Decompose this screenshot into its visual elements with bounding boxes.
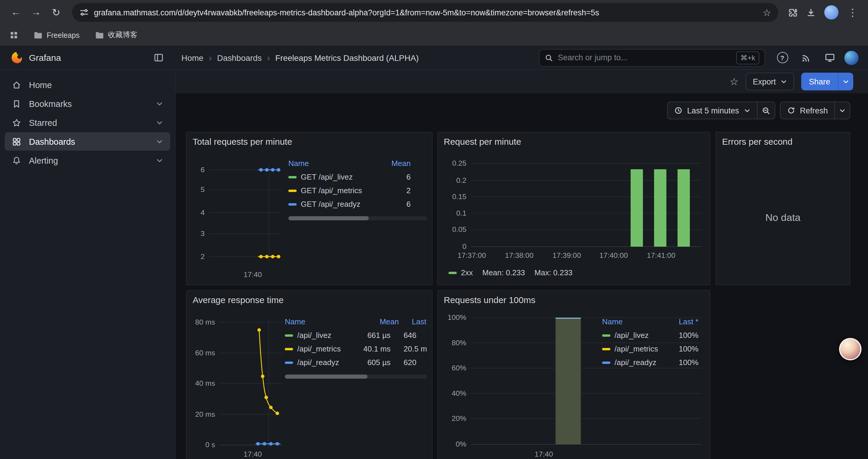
breadcrumb-home[interactable]: Home (181, 53, 204, 62)
legend-table: Name Mean Last * /api/_livez 661 µs 646 … (285, 314, 427, 379)
time-picker-group: Last 5 minutes (667, 102, 775, 119)
sidebar-item-alerting[interactable]: Alerting (5, 151, 170, 169)
series-name[interactable]: GET /api/_livez (301, 172, 387, 182)
legend-row[interactable]: GET /api/_livez 6 (288, 170, 427, 184)
zoom-out-button[interactable] (757, 102, 775, 119)
share-button[interactable]: Share (801, 73, 838, 90)
panel-total-requests: Total requests per minute 6 5 4 3 2 17:4… (186, 132, 433, 285)
favorite-star-icon[interactable]: ☆ (730, 75, 739, 88)
url-text[interactable]: grafana.mathmast.com/d/deytv4rwavabkb/fr… (94, 8, 757, 17)
site-info-icon[interactable] (79, 8, 89, 17)
legend-scrollbar[interactable] (288, 216, 427, 220)
series-name[interactable]: /api/_livez (297, 331, 362, 340)
legend-col-name[interactable]: Name (288, 159, 387, 167)
bookmark-star-icon[interactable]: ☆ (763, 7, 771, 18)
forward-button[interactable]: → (27, 4, 45, 21)
legend-scrollbar[interactable] (285, 374, 427, 379)
legend-col-last[interactable]: Last * (412, 317, 427, 326)
menu-kebab-icon[interactable]: ⋮ (847, 4, 859, 21)
apps-grid-icon[interactable] (9, 31, 18, 40)
reload-button[interactable]: ↻ (47, 4, 65, 21)
x-tick-label: 17:40:00 (599, 251, 628, 259)
browser-toolbar: ← → ↻ grafana.mathmast.com/d/deytv4rwava… (0, 0, 868, 25)
refresh-interval-dropdown[interactable] (835, 102, 850, 119)
bookmark-folder-freeleaps[interactable]: Freeleaps (34, 31, 80, 39)
help-icon[interactable]: ? (773, 49, 791, 66)
breadcrumb-dashboards[interactable]: Dashboards (217, 53, 262, 62)
series-name[interactable]: GET /api/_readyz (301, 200, 387, 208)
y-tick-label: 0% (456, 440, 466, 448)
back-button[interactable]: ← (7, 4, 25, 21)
screen: ← → ↻ grafana.mathmast.com/d/deytv4rwava… (0, 0, 868, 459)
chevron-down-icon[interactable] (156, 100, 163, 107)
bookmark-folder-blogs[interactable]: 收藏博客 (95, 30, 137, 40)
sidebar-item-starred[interactable]: Starred (5, 113, 170, 132)
grafana-topnav: Grafana Home › Dashboards › Freeleaps Me… (0, 46, 868, 70)
zoom-out-icon (761, 106, 770, 115)
assistant-avatar-overlay[interactable] (839, 338, 862, 360)
grafana-brand[interactable]: Grafana (9, 51, 154, 64)
series-mean: 40.1 ms (362, 345, 391, 353)
legend-col-last[interactable]: Last * (673, 317, 699, 326)
legend-row[interactable]: GET /api/_metrics 2 (288, 184, 427, 197)
series-name[interactable]: /api/_metrics (297, 345, 362, 353)
y-tick-label: 2 (200, 253, 205, 261)
legend-item[interactable]: 2xx (448, 268, 473, 277)
chevron-down-icon[interactable] (156, 138, 163, 145)
chevron-down-icon[interactable] (156, 119, 163, 126)
y-tick-label: 0 (462, 242, 466, 251)
series-name[interactable]: /api/_readyz (615, 358, 673, 367)
url-bar[interactable]: grafana.mathmast.com/d/deytv4rwavabkb/fr… (72, 3, 778, 22)
breadcrumb-current: Freeleaps Metrics Dashboard (ALPHA) (275, 53, 419, 62)
legend-row[interactable]: /api/_metrics 40.1 ms 20.5 ms (285, 342, 427, 356)
chevron-down-icon[interactable] (156, 157, 163, 164)
legend-col-name[interactable]: Name (285, 317, 370, 326)
downloads-icon[interactable] (806, 7, 816, 18)
screen-monitor-icon[interactable] (821, 49, 838, 66)
scrollbar-thumb[interactable] (288, 216, 369, 220)
refresh-icon (787, 106, 795, 114)
grafana-logo-icon (9, 51, 23, 64)
sidebar-item-bookmarks[interactable]: Bookmarks (5, 95, 170, 113)
scrollbar-thumb[interactable] (285, 374, 368, 379)
legend-row[interactable]: GET /api/_readyz 6 (288, 197, 427, 211)
bell-icon (12, 156, 21, 165)
series-mean: 2 (387, 186, 411, 195)
profile-avatar[interactable] (824, 5, 838, 20)
series-last: 20.5 ms (404, 345, 427, 353)
news-rss-icon[interactable] (797, 49, 815, 66)
series-mean: Mean: 0.233 (482, 268, 525, 277)
legend-col-mean[interactable]: Mean (387, 159, 411, 167)
series-name[interactable]: GET /api/_metrics (301, 186, 387, 195)
sidebar-item-home[interactable]: Home (5, 76, 170, 94)
sidebar-item-dashboards[interactable]: Dashboards (5, 132, 170, 151)
series-name[interactable]: /api/_readyz (297, 358, 362, 367)
panel-errors-per-second: Errors per second No data (716, 132, 850, 285)
y-tick-label: 4 (200, 208, 205, 217)
home-icon (12, 80, 21, 90)
share-dropdown-button[interactable] (838, 73, 853, 90)
user-avatar[interactable] (844, 51, 859, 65)
y-tick-label: 40% (452, 389, 466, 397)
legend-col-name[interactable]: Name (602, 317, 673, 326)
legend-row[interactable]: /api/_metrics 100% (602, 342, 699, 356)
export-button[interactable]: Export (746, 73, 794, 90)
folder-icon (95, 31, 104, 39)
extensions-icon[interactable] (788, 7, 798, 18)
series-name[interactable]: /api/_livez (615, 331, 673, 340)
legend-col-mean[interactable]: Mean (370, 317, 399, 326)
legend-row[interactable]: /api/_readyz 605 µs 620 (285, 356, 427, 369)
legend-row[interactable]: /api/_readyz 100% (602, 356, 699, 369)
panel-title[interactable]: Errors per second (722, 136, 793, 146)
legend-row[interactable]: /api/_livez 100% (602, 328, 699, 342)
time-range-picker[interactable]: Last 5 minutes (667, 102, 757, 119)
search-input[interactable]: Search or jump to... ⌘+k (539, 49, 765, 66)
series-color-dash (448, 271, 457, 274)
series-name[interactable]: /api/_metrics (615, 345, 673, 353)
sidebar-collapse-icon[interactable] (154, 53, 164, 63)
sidebar-item-label: Dashboards (29, 137, 75, 146)
refresh-button[interactable]: Refresh (780, 102, 835, 119)
legend-row[interactable]: /api/_livez 661 µs 646 (285, 328, 427, 342)
series-name[interactable]: 2xx (461, 268, 473, 277)
dashboard-toolbar: ☆ Export Share (176, 70, 868, 93)
